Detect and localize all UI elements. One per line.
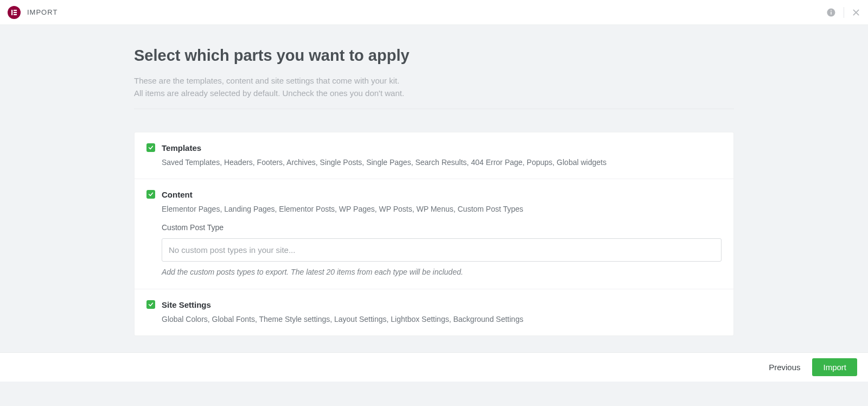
import-button[interactable]: Import [812, 358, 857, 376]
check-icon [148, 145, 154, 150]
content-wrapper: Select which parts you want to apply The… [134, 25, 734, 352]
section-templates: Templates Saved Templates, Headers, Foot… [135, 132, 733, 179]
cpt-input[interactable] [162, 238, 722, 262]
page-heading: Select which parts you want to apply [134, 47, 734, 65]
section-desc-content: Elementor Pages, Landing Pages, Elemento… [162, 204, 722, 214]
cpt-label: Custom Post Type [162, 223, 722, 232]
section-title-content: Content [162, 190, 193, 199]
svg-rect-1 [14, 10, 17, 11]
checkbox-content[interactable] [146, 190, 155, 199]
svg-rect-5 [831, 11, 832, 14]
section-body: Elementor Pages, Landing Pages, Elemento… [146, 204, 722, 278]
section-title-site-settings: Site Settings [162, 300, 211, 309]
info-icon[interactable] [826, 8, 836, 17]
section-title-templates: Templates [162, 143, 201, 153]
footer-bar: Previous Import [0, 352, 868, 382]
check-icon [148, 302, 154, 307]
sections-card: Templates Saved Templates, Headers, Foot… [134, 132, 734, 336]
svg-rect-2 [14, 11, 17, 12]
section-site-settings: Site Settings Global Colors, Global Font… [135, 289, 733, 335]
checkbox-templates[interactable] [146, 143, 155, 152]
section-desc-site-settings: Global Colors, Global Fonts, Theme Style… [162, 314, 722, 325]
section-content: Content Elementor Pages, Landing Pages, … [135, 179, 733, 289]
svg-rect-6 [831, 10, 832, 11]
checkbox-site-settings[interactable] [146, 300, 155, 309]
header-bar: IMPORT [0, 0, 868, 25]
cpt-help-text: Add the custom posts types to export. Th… [162, 267, 722, 278]
close-icon[interactable] [852, 8, 860, 17]
svg-rect-3 [14, 14, 17, 15]
section-desc-templates: Saved Templates, Headers, Footers, Archi… [162, 157, 722, 168]
svg-rect-0 [11, 10, 12, 15]
section-body: Global Colors, Global Fonts, Theme Style… [146, 314, 722, 325]
page-subtext-line-2: All items are already selected by defaul… [134, 88, 404, 98]
header-divider [844, 7, 844, 18]
previous-button[interactable]: Previous [767, 358, 802, 376]
check-icon [148, 192, 154, 197]
section-head: Site Settings [146, 300, 722, 309]
section-head: Templates [146, 143, 722, 153]
page-subtext-line-1: These are the templates, content and sit… [134, 76, 399, 85]
header-actions [826, 7, 860, 18]
section-body: Saved Templates, Headers, Footers, Archi… [146, 157, 722, 168]
section-head: Content [146, 190, 722, 199]
brand-icon [8, 6, 21, 19]
header-title: IMPORT [27, 8, 58, 16]
elementor-logo-icon [10, 9, 18, 16]
page-subtext: These are the templates, content and sit… [134, 74, 734, 109]
